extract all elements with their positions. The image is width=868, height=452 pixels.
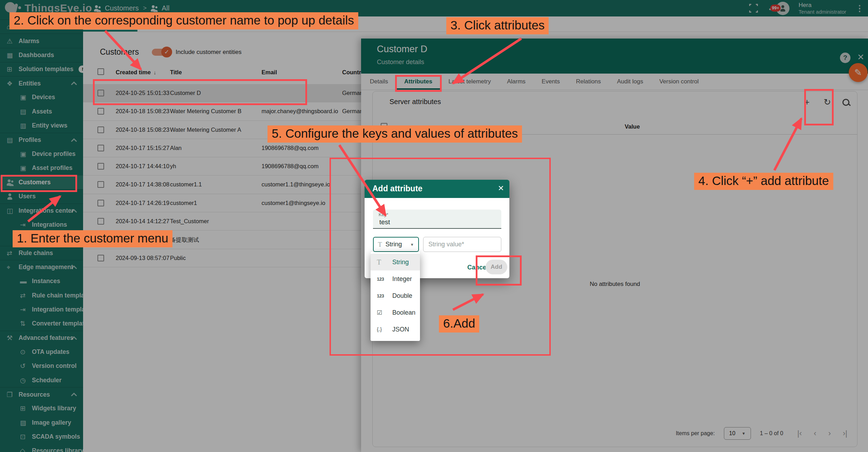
annotation-box-plus-button <box>804 89 834 125</box>
annotation-step-label: 1. Enter the customer menu <box>13 230 172 247</box>
annotation-step-label: 4. Click “+” add attribute <box>694 173 833 190</box>
annotation-box-attributes-tab <box>395 75 442 92</box>
page: ThingsEye.io Customers > All 99+ Hera Te… <box>0 0 868 452</box>
annotation-box-customer-row <box>93 79 307 105</box>
annotation-step-label: 6.Add <box>439 315 479 333</box>
annotation-box-customers-menu <box>1 175 77 192</box>
annotation-step-label: 2. Click on the corresponding customer n… <box>9 12 358 29</box>
annotation-step-label: 5. Configure the keys and values of attr… <box>267 125 522 143</box>
annotation-step-label: 3. Click attributes <box>446 17 549 34</box>
